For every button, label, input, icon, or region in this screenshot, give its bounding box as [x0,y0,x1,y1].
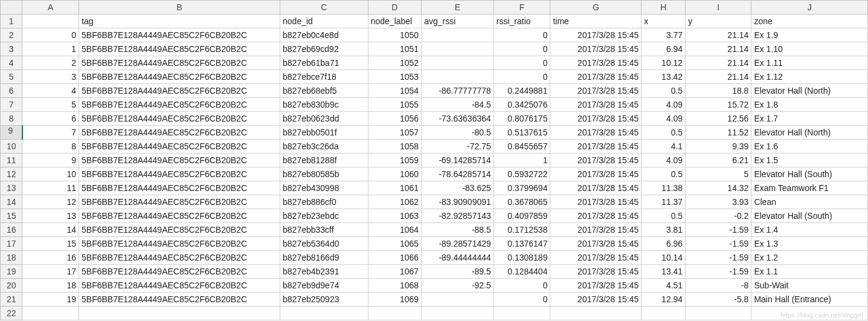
table-row[interactable]: 425BF6BB7E128A4449AEC85C2F6CB20B2Cb827eb… [1,56,868,70]
cell[interactable]: Main Hall (Entrance) [751,293,868,306]
cell[interactable]: Ex 1.4 [751,223,868,237]
cell[interactable]: 2017/3/28 15:45 [550,209,641,223]
col-header-C[interactable]: C [280,1,368,15]
cell[interactable]: 2017/3/28 15:45 [550,154,641,167]
row-header[interactable]: 18 [1,251,22,265]
cell[interactable] [368,306,421,320]
cell[interactable]: 0 [493,70,550,84]
row-header[interactable]: 20 [1,279,22,293]
cell[interactable]: 1068 [368,279,421,293]
cell[interactable]: 0 [493,293,550,306]
row-header[interactable]: 1 [1,15,22,28]
cell[interactable]: 4.1 [641,140,686,154]
row-header[interactable]: 11 [1,154,22,167]
cell[interactable]: b827ebb0501f [280,126,368,140]
cell[interactable]: 2017/3/28 15:45 [550,112,641,126]
cell[interactable]: 5BF6BB7E128A4449AEC85C2F6CB20B2C [79,98,280,112]
cell[interactable] [422,42,494,56]
table-row[interactable]: 22 [1,306,868,320]
cell[interactable]: 13.42 [641,70,686,84]
cell[interactable]: 2017/3/28 15:45 [550,84,641,98]
table-row[interactable]: 13115BF6BB7E128A4449AEC85C2F6CB20B2Cb827… [1,181,868,195]
cell[interactable]: 4.09 [641,112,686,126]
cell[interactable]: Elevator Hall (North) [751,84,868,98]
table-row[interactable]: 18165BF6BB7E128A4449AEC85C2F6CB20B2Cb827… [1,251,868,265]
table-row[interactable]: 645BF6BB7E128A4449AEC85C2F6CB20B2Cb827eb… [1,84,868,98]
cell[interactable]: Exam Teamwork F1 [751,181,868,195]
cell[interactable]: 5BF6BB7E128A4449AEC85C2F6CB20B2C [79,209,280,223]
cell[interactable]: 4.09 [641,98,686,112]
cell[interactable]: 4.09 [641,154,686,167]
cell[interactable]: 1051 [368,42,421,56]
cell[interactable]: 11 [22,181,79,195]
cell[interactable]: b827eb61ba71 [280,56,368,70]
row-header[interactable]: 7 [1,98,22,112]
cell[interactable]: 6.96 [641,237,686,251]
table-row[interactable]: 12105BF6BB7E128A4449AEC85C2F6CB20B2Cb827… [1,167,868,181]
cell[interactable]: zone [751,15,868,28]
cell[interactable]: Sub-Wait [751,279,868,293]
cell[interactable]: -0.2 [686,209,751,223]
cell[interactable]: 1 [22,42,79,56]
cell[interactable]: Elevator Hall (North) [751,126,868,140]
cell[interactable]: Ex 1.12 [751,70,868,84]
cell[interactable]: 21.14 [686,70,751,84]
table-row[interactable]: 1tagnode_idnode_labelavg_rssirssi_ratiot… [1,15,868,28]
row-header[interactable]: 19 [1,265,22,279]
cell[interactable]: 5BF6BB7E128A4449AEC85C2F6CB20B2C [79,223,280,237]
cell[interactable]: 1 [493,154,550,167]
cell[interactable]: 6 [22,112,79,126]
cell[interactable]: -72.75 [422,140,494,154]
cell[interactable]: time [550,15,641,28]
cell[interactable]: -1.59 [686,265,751,279]
cell[interactable]: -8 [686,279,751,293]
cell[interactable]: 21.14 [686,56,751,70]
cell[interactable]: 0 [493,279,550,293]
row-header[interactable]: 21 [1,293,22,306]
cell[interactable]: 1069 [368,293,421,306]
cell[interactable]: 5BF6BB7E128A4449AEC85C2F6CB20B2C [79,251,280,265]
cell[interactable]: 5BF6BB7E128A4449AEC85C2F6CB20B2C [79,70,280,84]
spreadsheet-grid[interactable]: A B C D E F G H I J 1tagnode_idnode_labe… [0,0,868,320]
table-row[interactable]: 535BF6BB7E128A4449AEC85C2F6CB20B2Cb827eb… [1,70,868,84]
cell[interactable]: 0.1284404 [493,265,550,279]
cell[interactable]: 4.51 [641,279,686,293]
col-header-H[interactable]: H [641,1,686,15]
cell[interactable]: -89.28571429 [422,237,494,251]
cell[interactable]: -78.64285714 [422,167,494,181]
cell[interactable]: 0.3425076 [493,98,550,112]
cell[interactable]: 5BF6BB7E128A4449AEC85C2F6CB20B2C [79,140,280,154]
cell[interactable]: b827eb9d9e74 [280,279,368,293]
cell[interactable]: Ex 1.9 [751,28,868,42]
cell[interactable]: 8 [22,140,79,154]
cell[interactable]: 2017/3/28 15:45 [550,181,641,195]
cell[interactable]: -83.90909091 [422,195,494,209]
cell[interactable]: 0.5 [641,209,686,223]
cell[interactable]: rssi_ratio [493,15,550,28]
cell[interactable]: 0.5137615 [493,126,550,140]
cell[interactable]: -69.14285714 [422,154,494,167]
cell[interactable]: 1063 [368,209,421,223]
cell[interactable]: 1065 [368,237,421,251]
cell[interactable]: 6.21 [686,154,751,167]
cell[interactable]: 2017/3/28 15:45 [550,279,641,293]
cell[interactable]: 9.39 [686,140,751,154]
cell[interactable]: 0 [493,28,550,42]
row-header[interactable]: 16 [1,223,22,237]
cell[interactable]: Elevator Hall (South) [751,167,868,181]
cell[interactable]: 18 [22,279,79,293]
cell[interactable]: 11.37 [641,195,686,209]
table-row[interactable]: 975BF6BB7E128A4449AEC85C2F6CB20B2Cb827eb… [1,126,868,140]
row-header[interactable]: 2 [1,28,22,42]
cell[interactable]: 0.8076175 [493,112,550,126]
row-header[interactable]: 8 [1,112,22,126]
cell[interactable]: 0 [493,42,550,56]
cell[interactable]: 3.93 [686,195,751,209]
cell[interactable]: 11.38 [641,181,686,195]
row-header[interactable]: 10 [1,140,22,154]
cell[interactable]: b827eb68ebf5 [280,84,368,98]
cell[interactable]: b827eb3c26da [280,140,368,154]
cell[interactable]: 2017/3/28 15:45 [550,223,641,237]
cell[interactable]: b827eb5364d0 [280,237,368,251]
cell[interactable]: b827eb430998 [280,181,368,195]
